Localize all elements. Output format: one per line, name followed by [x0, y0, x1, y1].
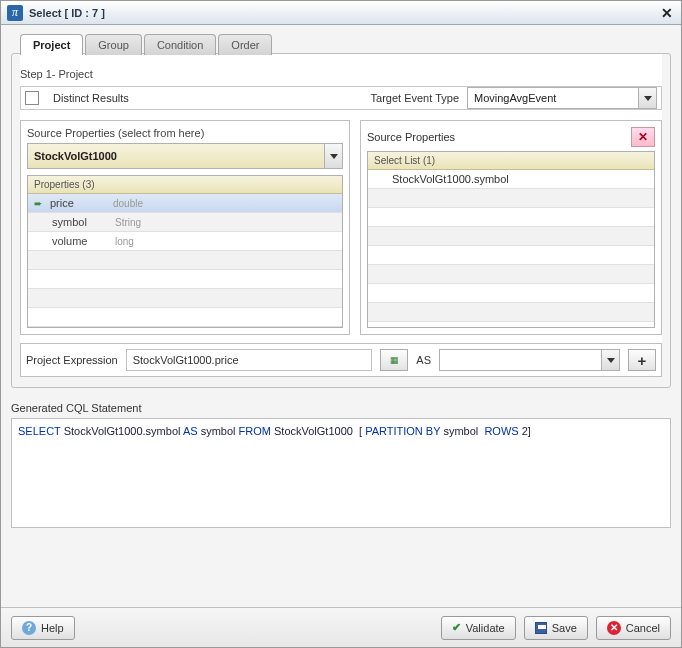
validate-label: Validate [466, 622, 505, 634]
x-icon: ✕ [638, 130, 648, 144]
chevron-down-icon[interactable] [601, 350, 619, 370]
cancel-label: Cancel [626, 622, 660, 634]
cancel-button[interactable]: ✕ Cancel [596, 616, 671, 640]
panels: Source Properties (select from here) Sto… [20, 120, 662, 335]
help-label: Help [41, 622, 64, 634]
source-props-panel: Source Properties (select from here) Sto… [20, 120, 350, 335]
dialog: π Select [ ID : 7 ] ✕ Project Group Cond… [0, 0, 682, 648]
target-event-select[interactable]: MovingAvgEvent [467, 87, 657, 109]
project-expression-value: StockVolGt1000.price [133, 354, 239, 366]
save-button[interactable]: Save [524, 616, 588, 640]
cql-text: symbol [443, 425, 478, 437]
empty-row [28, 289, 342, 308]
tab-body: Step 1- Project Distinct Results Target … [20, 54, 662, 377]
select-list-grid: Select List (1) StockVolGt1000.symbol [367, 151, 655, 328]
cql-text: ] [528, 425, 531, 437]
tabs: Project Group Condition Order [20, 34, 274, 55]
property-row[interactable]: volume long [28, 232, 342, 251]
check-icon: ✔ [452, 621, 461, 634]
expression-builder-button[interactable]: ▦ [380, 349, 408, 371]
cql-keyword: AS [183, 425, 198, 437]
properties-header: Properties (3) [28, 176, 342, 194]
empty-row [368, 227, 654, 246]
source-props-title: Source Properties (select from here) [27, 127, 343, 139]
cql-text: StockVolGt1000 [274, 425, 353, 437]
empty-row [28, 270, 342, 289]
footer: ? Help ✔ Validate Save ✕ Cancel [1, 607, 681, 647]
empty-row [368, 246, 654, 265]
project-expression-input[interactable]: StockVolGt1000.price [126, 349, 373, 371]
target-event-label: Target Event Type [371, 92, 459, 104]
tab-group[interactable]: Group [85, 34, 142, 55]
property-name: price [50, 197, 105, 209]
generated-cql-box: SELECT StockVolGt1000.symbol AS symbol F… [11, 418, 671, 528]
project-expression-label: Project Expression [26, 354, 118, 366]
tab-condition[interactable]: Condition [144, 34, 216, 55]
table-icon: ▦ [390, 355, 399, 365]
property-name: symbol [52, 216, 107, 228]
properties-rows: ➨ price double symbol String [28, 194, 342, 327]
cancel-icon: ✕ [607, 621, 621, 635]
property-row[interactable]: symbol String [28, 213, 342, 232]
select-list-title-row: Source Properties ✕ [367, 127, 655, 147]
distinct-label: Distinct Results [53, 92, 129, 104]
as-label: AS [416, 354, 431, 366]
cql-text: [ [359, 425, 362, 437]
empty-row [368, 189, 654, 208]
empty-row [368, 265, 654, 284]
step-label: Step 1- Project [20, 68, 662, 80]
cql-keyword: PARTITION BY [365, 425, 440, 437]
property-type: double [113, 198, 143, 209]
add-button[interactable]: + [628, 349, 656, 371]
empty-row [28, 251, 342, 270]
delete-button[interactable]: ✕ [631, 127, 655, 147]
save-label: Save [552, 622, 577, 634]
target-event-value: MovingAvgEvent [468, 92, 638, 104]
property-type: String [115, 217, 141, 228]
cql-text: StockVolGt1000.symbol [64, 425, 181, 437]
generated-cql-label: Generated CQL Statement [11, 402, 671, 414]
chevron-down-icon[interactable] [638, 88, 656, 108]
titlebar: π Select [ ID : 7 ] ✕ [1, 1, 681, 25]
property-name: volume [52, 235, 107, 247]
validate-button[interactable]: ✔ Validate [441, 616, 516, 640]
pi-icon: π [7, 5, 23, 21]
select-list-header: Select List (1) [368, 152, 654, 170]
empty-row [368, 303, 654, 322]
properties-grid: Properties (3) ➨ price double symbol [27, 175, 343, 328]
tab-order[interactable]: Order [218, 34, 272, 55]
cql-keyword: SELECT [18, 425, 61, 437]
empty-row [368, 208, 654, 227]
source-select-value: StockVolGt1000 [28, 150, 324, 162]
select-list-value: StockVolGt1000.symbol [374, 173, 509, 185]
content: Project Group Condition Order Step 1- Pr… [1, 25, 681, 607]
project-expression-row: Project Expression StockVolGt1000.price … [20, 343, 662, 377]
property-type: long [115, 236, 134, 247]
empty-row [368, 284, 654, 303]
as-select[interactable] [439, 349, 620, 371]
source-select[interactable]: StockVolGt1000 [27, 143, 343, 169]
empty-row [28, 308, 342, 327]
distinct-checkbox[interactable] [25, 91, 39, 105]
select-list-title: Source Properties [367, 131, 455, 143]
help-icon: ? [22, 621, 36, 635]
generated-cql-section: Generated CQL Statement SELECT StockVolG… [11, 402, 671, 528]
arrow-right-icon: ➨ [34, 198, 42, 209]
distinct-row: Distinct Results Target Event Type Movin… [20, 86, 662, 110]
plus-icon: + [638, 352, 647, 369]
disk-icon [535, 622, 547, 634]
select-list-rows: StockVolGt1000.symbol [368, 170, 654, 322]
dialog-title: Select [ ID : 7 ] [29, 7, 653, 19]
select-list-item[interactable]: StockVolGt1000.symbol [368, 170, 654, 189]
help-button[interactable]: ? Help [11, 616, 75, 640]
select-list-panel: Source Properties ✕ Select List (1) Stoc… [360, 120, 662, 335]
close-icon[interactable]: ✕ [659, 5, 675, 21]
cql-keyword: FROM [239, 425, 271, 437]
property-row[interactable]: ➨ price double [28, 194, 342, 213]
cql-keyword: ROWS [484, 425, 518, 437]
tabs-container: Project Group Condition Order Step 1- Pr… [11, 53, 671, 388]
chevron-down-icon[interactable] [324, 144, 342, 168]
cql-text: symbol [201, 425, 236, 437]
tab-project[interactable]: Project [20, 34, 83, 55]
